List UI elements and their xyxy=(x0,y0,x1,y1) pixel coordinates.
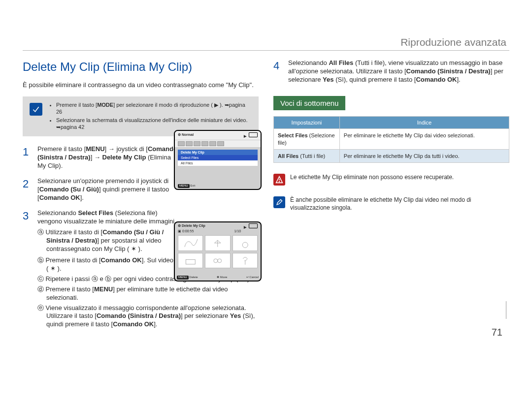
check-icon xyxy=(30,103,42,116)
section-title: Delete My Clip (Elimina My Clip) xyxy=(23,59,259,74)
table-header-row: Impostazioni Indice xyxy=(274,117,509,129)
table-header: Indice xyxy=(339,117,509,129)
svg-point-0 xyxy=(242,242,248,248)
header-rule xyxy=(23,50,509,51)
page-number-rule xyxy=(506,301,506,319)
sub-item-a: ⓐ Utilizzare il tasto di [Comando (Su / … xyxy=(37,228,180,253)
left-column: Delete My Clip (Elimina My Clip) È possi… xyxy=(23,59,259,336)
sub-item-e: ⓔ Viene visualizzato il messaggio corris… xyxy=(37,304,259,329)
camera-screen-thumbs: ⚙ Delete My Clip▶ ▣ 0:00:551/10 MENU Del… xyxy=(174,221,262,281)
warning-icon xyxy=(273,174,285,186)
submenu-heading: Voci di sottomenu xyxy=(273,96,345,111)
callout-list: Premere il tasto [MODE] per selezionare … xyxy=(48,101,252,131)
table-header: Impostazioni xyxy=(274,117,340,129)
manual-page: Riproduzione avanzata Delete My Clip (El… xyxy=(0,0,532,355)
callout-item: Premere il tasto [MODE] per selezionare … xyxy=(56,101,252,116)
warning-text: Le etichette My Clip eliminate non posso… xyxy=(290,174,454,182)
svg-point-3 xyxy=(218,259,222,263)
callout-item: Selezionare la schermata di visualizzazi… xyxy=(56,117,252,131)
page-number: 71 xyxy=(492,326,502,339)
right-column: Selezionando All Files (Tutti i file), v… xyxy=(273,59,509,336)
sub-item-d: ⓓ Premere il tasto [MENU] per eliminare … xyxy=(37,285,259,302)
pencil-icon xyxy=(273,196,285,208)
two-column-layout: Delete My Clip (Elimina My Clip) È possi… xyxy=(23,59,509,336)
breadcrumb: Riproduzione avanzata xyxy=(400,35,506,49)
tip-text: È anche possibile eliminare le etichette… xyxy=(290,196,509,212)
table-row: All Files (Tutti i file) Per eliminare l… xyxy=(274,150,509,163)
svg-point-5 xyxy=(279,182,280,182)
tip-note: È anche possibile eliminare le etichette… xyxy=(273,196,509,212)
warning-note: Le etichette My Clip eliminate non posso… xyxy=(273,174,509,186)
svg-rect-1 xyxy=(186,259,195,264)
table-row: Select Files (Selezione file) Per elimin… xyxy=(274,129,509,150)
step-1: Premere il tasto [MENU] → joystick di [C… xyxy=(23,145,180,170)
submenu-table: Impostazioni Indice Select Files (Selezi… xyxy=(273,116,509,163)
step-4-wrapper: Selezionando All Files (Tutti i file), v… xyxy=(273,59,509,84)
svg-point-2 xyxy=(214,259,218,263)
step-2: Selezionare un'opzione premendo il joyst… xyxy=(23,177,180,202)
section-intro: È possibile eliminare il contrassegno da… xyxy=(23,81,259,90)
step-4: Selezionando All Files (Tutti i file), v… xyxy=(273,59,509,84)
step-3-subitems: ⓐ Utilizzare il tasto di [Comando (Su / … xyxy=(37,228,180,253)
camera-screen-menu: ⚙ Normal ▶ Delete My Clip Select Files A… xyxy=(174,130,262,190)
